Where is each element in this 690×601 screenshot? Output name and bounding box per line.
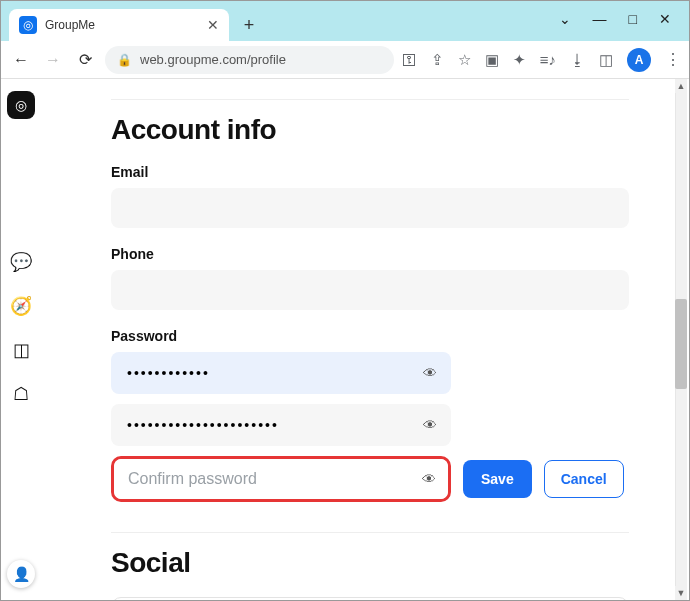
back-button[interactable]: ← (9, 48, 33, 72)
social-provider-row: f Facebook Connect (111, 597, 629, 600)
forward-button[interactable]: → (41, 48, 65, 72)
current-password-field[interactable] (111, 352, 451, 394)
phone-label: Phone (111, 246, 629, 262)
groupme-favicon: ◎ (19, 16, 37, 34)
share-icon[interactable]: ⇪ (431, 51, 444, 69)
tab-title: GroupMe (45, 18, 207, 32)
scroll-up-icon[interactable]: ▲ (675, 79, 687, 93)
profile-avatar[interactable]: A (627, 48, 651, 72)
window-controls: ⌄ — □ ✕ (559, 11, 689, 41)
eye-icon[interactable]: 👁 (422, 471, 436, 487)
cast-icon[interactable]: ▣ (485, 51, 499, 69)
account-info-heading: Account info (111, 114, 629, 146)
phone-field[interactable] (111, 270, 629, 310)
social-heading: Social (111, 547, 629, 579)
save-button[interactable]: Save (463, 460, 532, 498)
menu-icon[interactable]: ⋮ (665, 50, 681, 69)
extensions-icon[interactable]: ✦ (513, 51, 526, 69)
archive-icon[interactable]: ☖ (8, 381, 34, 407)
scroll-down-icon[interactable]: ▼ (675, 586, 687, 600)
scrollbar-thumb[interactable] (675, 299, 687, 389)
address-bar[interactable]: 🔒 web.groupme.com/profile (105, 46, 394, 74)
window-close-icon[interactable]: ✕ (659, 11, 671, 27)
lock-icon: 🔒 (117, 53, 132, 67)
star-icon[interactable]: ☆ (458, 51, 471, 69)
divider (111, 532, 629, 533)
password-label: Password (111, 328, 629, 344)
email-label: Email (111, 164, 629, 180)
new-password-field[interactable] (111, 404, 451, 446)
main-content: Account info Email Phone Password 👁 👁 (41, 79, 689, 600)
user-badge-icon[interactable]: 👤 (7, 560, 35, 588)
tab-close-icon[interactable]: ✕ (207, 17, 219, 33)
window-chevron-icon[interactable]: ⌄ (559, 11, 571, 27)
key-icon[interactable]: ⚿ (402, 51, 417, 68)
window-maximize-icon[interactable]: □ (629, 11, 637, 27)
url-text: web.groupme.com/profile (140, 52, 286, 67)
playlist-icon[interactable]: ≡♪ (540, 51, 556, 68)
eye-icon[interactable]: 👁 (423, 417, 437, 433)
confirm-password-field[interactable] (114, 459, 448, 499)
sidepanel-icon[interactable]: ◫ (599, 51, 613, 69)
reload-button[interactable]: ⟳ (73, 48, 97, 72)
contacts-icon[interactable]: ◫ (8, 337, 34, 363)
cancel-button[interactable]: Cancel (544, 460, 624, 498)
groupme-logo-icon[interactable]: ◎ (7, 91, 35, 119)
confirm-password-highlight: 👁 (111, 456, 451, 502)
browser-tab[interactable]: ◎ GroupMe ✕ (9, 9, 229, 41)
new-tab-button[interactable]: + (235, 11, 263, 39)
browser-toolbar: ← → ⟳ 🔒 web.groupme.com/profile ⚿ ⇪ ☆ ▣ … (1, 41, 689, 79)
downloads-icon[interactable]: ⭳ (570, 51, 585, 68)
divider (111, 99, 629, 100)
discover-icon[interactable]: 🧭 (8, 293, 34, 319)
chats-icon[interactable]: 💬 (8, 249, 34, 275)
email-field[interactable] (111, 188, 629, 228)
eye-icon[interactable]: 👁 (423, 365, 437, 381)
app-left-rail: ◎ 💬 🧭 ◫ ☖ 👤 (1, 79, 41, 600)
window-minimize-icon[interactable]: — (593, 11, 607, 27)
window-titlebar: ◎ GroupMe ✕ + ⌄ — □ ✕ (1, 1, 689, 41)
